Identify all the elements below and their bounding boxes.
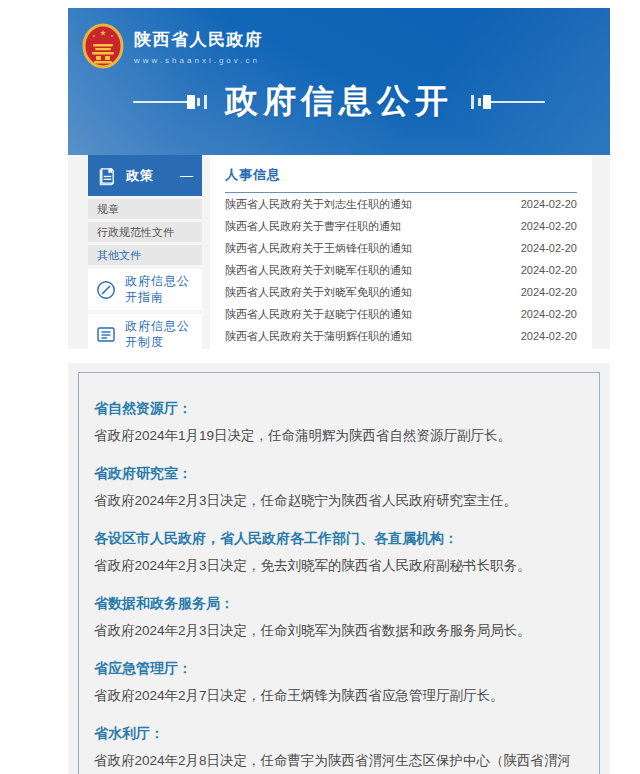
news-title[interactable]: 陕西省人民政府关于蒲明辉任职的通知 <box>225 329 412 344</box>
site-name: 陕西省人民政府 <box>134 28 264 51</box>
news-list: 陕西省人民政府关于刘志生任职的通知 2024-02-20 陕西省人民政府关于曹宇… <box>225 193 577 347</box>
news-date: 2024-02-20 <box>521 242 577 254</box>
sidebar-link-icon <box>94 278 118 302</box>
sidebar-menu-item[interactable]: 其他文件 <box>88 245 202 265</box>
news-title[interactable]: 陕西省人民政府关于刘志生任职的通知 <box>225 197 412 212</box>
document-box: 省自然资源厅： 省政府2024年1月19日决定，任命蒲明辉为陕西省自然资源厅副厅… <box>78 372 600 774</box>
sidebar-menu-item[interactable]: 行政规范性文件 <box>88 222 202 242</box>
news-row[interactable]: 陕西省人民政府关于赵晓宁任职的通知 2024-02-20 <box>225 303 577 325</box>
sidebar-header-label: 政策 <box>126 167 154 185</box>
news-row[interactable]: 陕西省人民政府关于曹宇任职的通知 2024-02-20 <box>225 215 577 237</box>
news-row[interactable]: 陕西省人民政府关于王炳锋任职的通知 2024-02-20 <box>225 237 577 259</box>
appointment-section: 各设区市人民政府，省人民政府各工作部门、各直属机构： 省政府2024年2月3日决… <box>94 528 581 578</box>
news-row[interactable]: 陕西省人民政府关于蒲明辉任职的通知 2024-02-20 <box>225 325 577 347</box>
sidebar-menu: 规章 行政规范性文件 其他文件 <box>88 199 202 265</box>
news-row[interactable]: 陕西省人民政府关于刘晓军免职的通知 2024-02-20 <box>225 281 577 303</box>
news-row[interactable]: 陕西省人民政府关于刘晓军任职的通知 2024-02-20 <box>225 259 577 281</box>
collapse-minus-icon[interactable]: — <box>180 168 193 183</box>
sidebar-header-policy[interactable]: 政策 — <box>88 155 202 196</box>
national-emblem-icon <box>81 22 125 70</box>
appointment-heading: 省政府研究室： <box>94 463 581 484</box>
appointment-body: 省政府2024年1月19日决定，任命蒲明辉为陕西省自然资源厅副厅长。 <box>94 425 581 448</box>
top-content: 政策 — 规章 行政规范性文件 其他文件 <box>68 155 610 349</box>
sidebar-menu-item[interactable]: 规章 <box>88 199 202 219</box>
news-date: 2024-02-20 <box>521 286 577 298</box>
sidebar-links: 政府信息公开指南 政府信息公开制度 <box>88 269 202 349</box>
appointment-heading: 各设区市人民政府，省人民政府各工作部门、各直属机构： <box>94 528 581 549</box>
news-date: 2024-02-20 <box>521 308 577 320</box>
site-banner: 陕西省人民政府 www.shaanxi.gov.cn 政府信息公开 <box>68 8 610 155</box>
sidebar-link-label: 政府信息公开制度 <box>125 319 196 349</box>
news-date: 2024-02-20 <box>521 220 577 232</box>
personnel-list-panel: 人事信息 陕西省人民政府关于刘志生任职的通知 2024-02-20 陕西省人民政… <box>210 155 592 349</box>
title-ornament-left <box>133 95 209 109</box>
news-date: 2024-02-20 <box>521 264 577 276</box>
banner-title-row: 政府信息公开 <box>68 79 610 124</box>
appointment-section: 省自然资源厅： 省政府2024年1月19日决定，任命蒲明辉为陕西省自然资源厅副厅… <box>94 398 581 448</box>
news-title[interactable]: 陕西省人民政府关于刘晓军免职的通知 <box>225 285 412 300</box>
title-ornament-right <box>469 95 545 109</box>
appointment-body: 省政府2024年2月3日决定，任命赵晓宁为陕西省人民政府研究室主任。 <box>94 490 581 513</box>
list-title: 人事信息 <box>225 166 577 193</box>
appointment-heading: 省数据和政务服务局： <box>94 593 581 614</box>
page-title: 政府信息公开 <box>225 79 453 124</box>
appointment-section: 省政府研究室： 省政府2024年2月3日决定，任命赵晓宁为陕西省人民政府研究室主… <box>94 463 581 513</box>
news-title[interactable]: 陕西省人民政府关于王炳锋任职的通知 <box>225 241 412 256</box>
document-section: 省自然资源厅： 省政府2024年1月19日决定，任命蒲明辉为陕西省自然资源厅副厅… <box>68 363 610 774</box>
appointment-heading: 省应急管理厅： <box>94 658 581 679</box>
news-title[interactable]: 陕西省人民政府关于赵晓宁任职的通知 <box>225 307 412 322</box>
appointment-section: 省数据和政务服务局： 省政府2024年2月3日决定，任命刘晓军为陕西省数据和政务… <box>94 593 581 643</box>
appointment-body: 省政府2024年2月3日决定，免去刘晓军的陕西省人民政府副秘书长职务。 <box>94 555 581 578</box>
appointment-section: 省应急管理厅： 省政府2024年2月7日决定，任命王炳锋为陕西省应急管理厅副厅长… <box>94 658 581 708</box>
news-date: 2024-02-20 <box>521 198 577 210</box>
sidebar: 政策 — 规章 行政规范性文件 其他文件 <box>88 155 202 349</box>
page-container: 陕西省人民政府 www.shaanxi.gov.cn 政府信息公开 <box>68 8 610 774</box>
site-brand[interactable]: 陕西省人民政府 www.shaanxi.gov.cn <box>68 8 610 70</box>
book-icon <box>97 165 118 186</box>
news-row[interactable]: 陕西省人民政府关于刘志生任职的通知 2024-02-20 <box>225 193 577 215</box>
sidebar-link-label: 政府信息公开指南 <box>125 274 196 305</box>
appointment-body: 省政府2024年2月3日决定，任命刘晓军为陕西省数据和政务服务局局长。 <box>94 620 581 643</box>
appointment-body: 省政府2024年2月7日决定，任命王炳锋为陕西省应急管理厅副厅长。 <box>94 685 581 708</box>
section-gap <box>68 349 610 363</box>
document-icon <box>94 323 118 347</box>
appointment-body: 省政府2024年2月8日决定，任命曹宇为陕西省渭河生态区保护中心（陕西省渭河流域… <box>94 750 581 774</box>
news-date: 2024-02-20 <box>521 330 577 342</box>
site-url: www.shaanxi.gov.cn <box>134 56 264 65</box>
appointment-heading: 省水利厅： <box>94 723 581 744</box>
appointment-heading: 省自然资源厅： <box>94 398 581 419</box>
sidebar-link-card[interactable]: 政府信息公开指南 <box>88 269 202 310</box>
sidebar-link-card[interactable]: 政府信息公开制度 <box>88 314 202 349</box>
appointment-section: 省水利厅： 省政府2024年2月8日决定，任命曹宇为陕西省渭河生态区保护中心（陕… <box>94 723 581 774</box>
news-title[interactable]: 陕西省人民政府关于曹宇任职的通知 <box>225 219 401 234</box>
news-title[interactable]: 陕西省人民政府关于刘晓军任职的通知 <box>225 263 412 278</box>
brand-text: 陕西省人民政府 www.shaanxi.gov.cn <box>134 28 264 65</box>
